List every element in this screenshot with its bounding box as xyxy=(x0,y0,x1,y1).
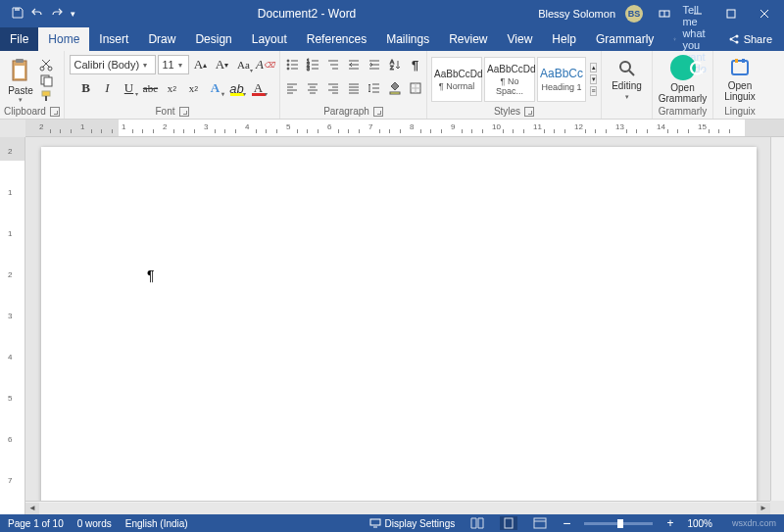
tab-grammarly[interactable]: Grammarly xyxy=(586,27,663,51)
format-painter-button[interactable] xyxy=(39,89,57,103)
line-spacing-button[interactable] xyxy=(365,78,384,98)
svg-point-15 xyxy=(287,60,289,62)
svg-rect-29 xyxy=(370,519,380,525)
svg-rect-8 xyxy=(16,59,24,63)
copy-button[interactable] xyxy=(39,73,57,87)
tab-draw[interactable]: Draw xyxy=(138,27,185,51)
underline-button[interactable]: U▾ xyxy=(120,78,139,98)
tab-design[interactable]: Design xyxy=(185,27,241,51)
zoom-out-button[interactable]: − xyxy=(563,515,570,531)
font-launcher[interactable] xyxy=(179,107,189,117)
tab-home[interactable]: Home xyxy=(38,27,89,51)
styles-launcher[interactable] xyxy=(524,107,534,117)
read-mode-button[interactable] xyxy=(468,516,486,530)
find-icon xyxy=(617,59,637,78)
subscript-button[interactable]: x2 xyxy=(163,78,182,98)
clear-formatting-button[interactable]: A⌫ xyxy=(256,55,275,74)
open-linguix-button[interactable]: Open Linguix xyxy=(717,57,762,102)
redo-icon[interactable] xyxy=(51,7,63,21)
display-settings[interactable]: Display Settings xyxy=(369,518,456,529)
style-normal[interactable]: AaBbCcDd ¶ Normal xyxy=(431,57,482,102)
shading-button[interactable] xyxy=(385,78,405,98)
superscript-button[interactable]: x2 xyxy=(184,78,204,98)
font-size-combo[interactable]: 11▾ xyxy=(158,55,189,74)
ribbon-options-icon[interactable] xyxy=(653,4,676,24)
shrink-font-button[interactable]: A▾ xyxy=(213,55,232,74)
svg-point-16 xyxy=(287,64,289,66)
user-avatar[interactable]: BS xyxy=(625,5,643,23)
print-layout-button[interactable] xyxy=(500,516,517,530)
svg-rect-23 xyxy=(390,92,400,94)
clipboard-launcher[interactable] xyxy=(50,107,60,117)
bold-button[interactable]: B xyxy=(76,78,96,98)
svg-rect-28 xyxy=(742,59,745,63)
justify-button[interactable] xyxy=(344,78,364,98)
horizontal-ruler[interactable]: 21123456789101112131415 xyxy=(25,120,784,137)
horizontal-scrollbar[interactable]: ◄► xyxy=(25,501,770,514)
increase-indent-button[interactable] xyxy=(365,55,384,74)
zoom-in-button[interactable]: + xyxy=(666,516,673,530)
svg-point-17 xyxy=(287,68,289,70)
user-name[interactable]: Blessy Solomon xyxy=(538,8,615,20)
paragraph-launcher[interactable] xyxy=(373,107,383,117)
maximize-icon[interactable] xyxy=(719,4,743,24)
document-area[interactable]: ¶ xyxy=(25,137,784,514)
zoom-level[interactable]: 100% xyxy=(687,518,712,529)
cut-button[interactable] xyxy=(39,58,57,72)
tab-insert[interactable]: Insert xyxy=(89,27,138,51)
web-layout-button[interactable] xyxy=(531,516,549,530)
text-effects-button[interactable]: A▾ xyxy=(206,78,225,98)
close-icon[interactable] xyxy=(753,4,776,24)
page-count[interactable]: Page 1 of 10 xyxy=(8,518,64,529)
show-marks-button[interactable]: ¶ xyxy=(406,55,425,74)
borders-button[interactable] xyxy=(406,78,425,98)
numbering-button[interactable]: 123 xyxy=(303,55,322,74)
svg-rect-26 xyxy=(732,61,748,74)
paste-button[interactable]: Paste ▾ xyxy=(4,56,37,104)
sort-button[interactable]: AZ xyxy=(385,55,405,74)
align-right-button[interactable] xyxy=(323,78,343,98)
open-grammarly-button[interactable]: Open Grammarly xyxy=(659,55,708,104)
tab-references[interactable]: References xyxy=(297,27,376,51)
save-icon[interactable] xyxy=(12,7,24,21)
strikethrough-button[interactable]: abc xyxy=(141,78,161,98)
undo-icon[interactable] xyxy=(31,7,43,21)
svg-rect-30 xyxy=(505,518,513,528)
align-left-button[interactable] xyxy=(282,78,302,98)
svg-rect-14 xyxy=(42,91,50,96)
tab-file[interactable]: File xyxy=(0,27,38,51)
decrease-indent-button[interactable] xyxy=(344,55,364,74)
paragraph-mark: ¶ xyxy=(147,267,155,283)
style-heading-1[interactable]: AaBbCc Heading 1 xyxy=(537,57,586,102)
grow-font-button[interactable]: A▴ xyxy=(191,55,211,74)
style-no-spacing[interactable]: AaBbCcDd ¶ No Spac... xyxy=(484,57,535,102)
document-title: Document2 - Word xyxy=(75,7,538,21)
tab-review[interactable]: Review xyxy=(439,27,497,51)
word-count[interactable]: 0 words xyxy=(77,518,112,529)
page[interactable]: ¶ xyxy=(41,147,757,514)
tab-view[interactable]: View xyxy=(498,27,543,51)
vertical-ruler[interactable]: 211234567 xyxy=(0,137,25,514)
svg-rect-0 xyxy=(15,8,20,11)
vertical-scrollbar[interactable] xyxy=(770,137,784,501)
svg-rect-2 xyxy=(727,10,735,18)
language-status[interactable]: English (India) xyxy=(125,518,188,529)
change-case-button[interactable]: Aa▾ xyxy=(234,55,254,74)
italic-button[interactable]: I xyxy=(98,78,118,98)
multilevel-list-button[interactable] xyxy=(323,55,343,74)
share-icon xyxy=(728,33,740,45)
svg-text:3: 3 xyxy=(307,66,310,72)
styles-gallery-more[interactable]: ▴▾≡ xyxy=(588,63,597,96)
tab-help[interactable]: Help xyxy=(542,27,586,51)
tab-layout[interactable]: Layout xyxy=(242,27,297,51)
highlight-button[interactable]: ab▾ xyxy=(227,78,247,98)
tab-mailings[interactable]: Mailings xyxy=(376,27,439,51)
align-center-button[interactable] xyxy=(303,78,322,98)
tell-me-search[interactable]: Tell me what you want to do xyxy=(663,27,715,51)
font-name-combo[interactable]: Calibri (Body)▾ xyxy=(70,55,156,74)
zoom-slider[interactable] xyxy=(584,522,653,525)
share-button[interactable]: Share xyxy=(716,27,784,51)
font-color-button[interactable]: A▾ xyxy=(249,78,269,98)
editing-dropdown[interactable]: Editing ▾ xyxy=(606,59,648,101)
bullets-button[interactable] xyxy=(282,55,302,74)
